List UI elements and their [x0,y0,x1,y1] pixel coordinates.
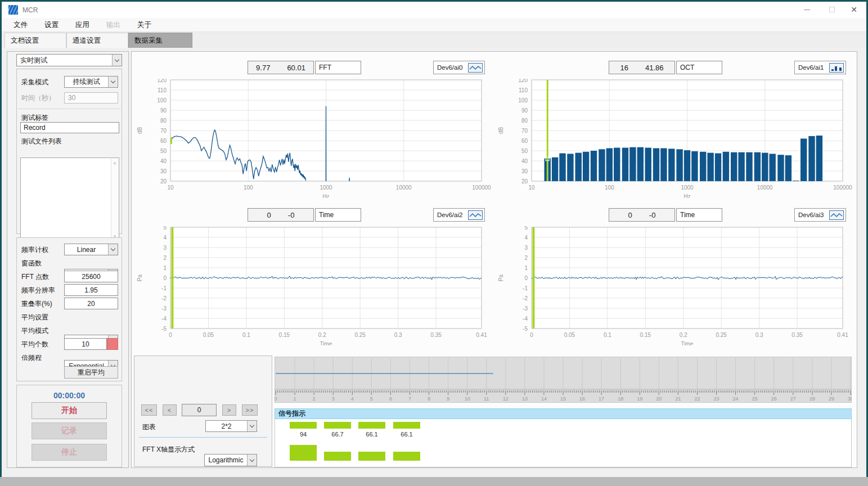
svg-text:50: 50 [521,148,528,154]
tab-data-acquisition[interactable]: 数据采集 [128,33,192,48]
average-mode-label: 平均模式 [21,326,48,336]
cursor-y-value: -0 [288,211,295,219]
svg-text:18: 18 [618,396,623,402]
chevron-down-icon[interactable] [108,244,118,255]
freq-weighting-select[interactable]: Linear [64,244,118,255]
signal-meter-ch0: 94 [290,419,317,467]
svg-text:30: 30 [160,168,167,174]
scrollbar[interactable]: ▲ ▼ [111,159,118,241]
nav-next-button[interactable]: > [222,404,236,416]
close-button[interactable]: ✕ [846,4,862,15]
test-mode-select[interactable]: 实时测试 [16,54,122,66]
record-timeline[interactable]: 0123456789101112131415161718192021222324… [275,357,852,403]
svg-text:-4: -4 [523,316,528,322]
svg-text:8: 8 [428,396,430,402]
time3-chart-name[interactable]: Time [676,208,722,222]
tab-channel-settings[interactable]: 通道设置 [66,33,128,48]
nav-first-button[interactable]: << [141,404,157,416]
channel-label: Dev6/ai2 [437,212,462,218]
average-count-input[interactable]: 10 [64,338,107,350]
menu-application[interactable]: 应用 [67,18,98,32]
fft-chart-name[interactable]: FFT [315,61,361,74]
test-file-list-label: 测试文件列表 [21,137,62,146]
svg-text:70: 70 [521,128,528,134]
test-file-listbox[interactable]: ▲ ▼ [20,158,119,242]
channel-label: Dev6/ai3 [798,212,824,218]
svg-text:110: 110 [519,87,528,93]
level-bar [358,422,385,429]
svg-text:21: 21 [675,396,681,402]
svg-text:100: 100 [244,184,253,191]
svg-text:24: 24 [733,396,739,402]
svg-text:0: 0 [163,275,167,281]
time3-channel-box[interactable]: Dev6/ai3 [794,208,846,222]
fft-xaxis-mode-label: FFT X轴显示方式 [142,445,195,454]
svg-text:10: 10 [528,184,535,191]
octave-label: 倍频程 [21,353,42,363]
nav-last-button[interactable]: >> [242,404,258,416]
oct-channel-box[interactable]: Dev6/ai1 [794,61,846,74]
svg-text:1: 1 [163,265,167,271]
chevron-down-icon[interactable] [108,76,118,87]
oct-chart-name[interactable]: OCT [676,61,722,74]
svg-text:80: 80 [521,118,528,124]
menu-settings[interactable]: 设置 [36,18,67,32]
svg-text:0.1: 0.1 [242,332,250,338]
time2-channel-box[interactable]: Dev6/ai2 [433,208,485,222]
start-button[interactable]: 开始 [32,402,107,419]
svg-text:80: 80 [160,118,167,124]
freq-resolution-input[interactable]: 1.95 [64,284,118,296]
transport-groupbox: 00:00:00 开始 记录 停止 [16,385,122,467]
nav-index-input[interactable]: 0 [182,404,217,416]
svg-text:25: 25 [752,396,758,402]
scroll-up-icon[interactable]: ▲ [111,160,118,165]
cursor-y-value: -0 [649,211,656,219]
cursor-y-value: 41.86 [645,64,664,72]
window-title: MCR [23,6,38,14]
fft-plot[interactable]: 2030405060708090100110120101001000100001… [134,79,494,200]
fft-xaxis-mode-select[interactable]: Logarithmic [204,454,257,466]
fft-points-input[interactable]: 25600 [64,271,118,282]
time2-chart-name[interactable]: Time [315,208,361,222]
maximize-button[interactable] [824,4,840,15]
time2-plot[interactable]: -5-4-3-2-101234500.050.10.150.20.250.30.… [134,226,494,348]
svg-text:20: 20 [656,396,662,402]
average-setting-label: 平均设置 [21,313,48,322]
svg-text:22: 22 [694,396,700,402]
svg-text:Time: Time [320,341,332,345]
title-bar: MCR ✕ [2,2,866,18]
svg-text:0.2: 0.2 [318,332,326,338]
sidebar-panel: 实时测试 采集模式 持续测试 时间（秒） 30 测试标签 Record 测试文件… [7,51,129,468]
svg-text:1000: 1000 [320,184,332,191]
menu-file[interactable]: 文件 [5,18,36,32]
svg-text:-3: -3 [523,305,528,312]
oct-plot[interactable]: 2030405060708090100110120101001000100001… [495,79,855,200]
test-label-input[interactable]: Record [20,122,119,133]
chevron-down-icon[interactable] [112,55,122,66]
chevron-down-icon[interactable] [247,421,257,431]
chevron-down-icon[interactable] [247,454,257,466]
nav-prev-button[interactable]: < [163,404,177,416]
freq-resolution-label: 频率分辨率 [21,286,55,295]
restart-average-button[interactable]: 重启平均 [64,366,118,379]
svg-text:dB: dB [498,127,504,134]
svg-text:2: 2 [524,255,528,261]
time3-plot[interactable]: -5-4-3-2-101234500.050.10.150.20.250.30.… [495,226,855,348]
svg-text:100: 100 [605,184,614,191]
menu-output: 输出 [98,18,129,32]
menu-about[interactable]: 关于 [129,18,160,32]
svg-text:4: 4 [524,235,528,241]
elapsed-timer: 00:00:00 [17,391,122,400]
minimize-button[interactable] [799,4,815,15]
chart-layout-select[interactable]: 2*2 [205,420,257,432]
svg-text:0: 0 [530,332,533,338]
svg-text:29: 29 [829,396,834,402]
bar-chart-icon [829,63,844,73]
signal-meter-ch1: 66.7 [324,419,351,467]
fft-channel-box[interactable]: Dev6/ai0 [433,61,485,74]
acquisition-mode-select[interactable]: 持续测试 [64,76,118,88]
svg-text:Hz: Hz [683,194,690,198]
overlap-input[interactable]: 20 [64,298,118,309]
tab-document-settings[interactable]: 文档设置 [5,33,66,48]
svg-text:0.05: 0.05 [203,332,214,338]
